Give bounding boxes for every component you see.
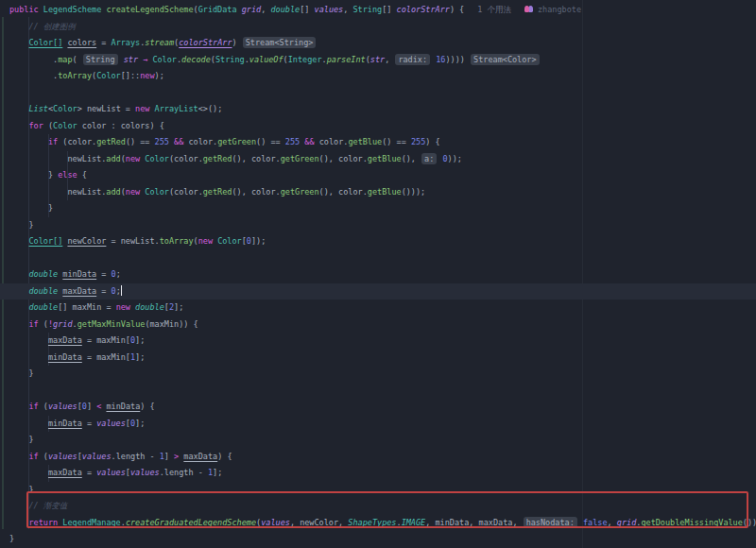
code-token: grid: [242, 5, 261, 14]
code-line-20[interactable]: if (!grid.getMaxMinValue(maxMin)) {: [0, 317, 756, 334]
code-line-22[interactable]: minData = maxMin[1];: [0, 350, 756, 367]
code-line-3[interactable]: Color[] colors = Arrays.stream(colorStrA…: [0, 35, 756, 52]
code-token: Color: [145, 154, 169, 163]
code-token: Color: [53, 121, 77, 130]
code-token: values: [96, 419, 126, 428]
code-token: }: [9, 220, 34, 230]
code-token: [9, 468, 48, 477]
author-inlay[interactable]: zhangbote: [538, 5, 581, 14]
code-token: false: [583, 518, 608, 527]
code-token: ());: [743, 518, 756, 527]
code-token: String: [353, 5, 383, 14]
code-token: (maxMin)) {: [145, 319, 198, 329]
code-token: minData: [62, 269, 96, 279]
inlay-hint[interactable]: hasNodata:: [524, 517, 577, 528]
code-token: &&: [304, 137, 314, 146]
code-token: ArrayList: [155, 104, 198, 113]
code-token: .length -: [160, 468, 208, 477]
code-token: (color.: [58, 137, 96, 146]
code-line-12[interactable]: newList.add(new Color(color.getRed(), co…: [0, 184, 756, 201]
code-token: IMAGE: [402, 518, 426, 527]
code-token: return: [28, 518, 58, 527]
code-token: ));: [448, 154, 462, 163]
code-token: for: [28, 121, 43, 130]
code-line-10[interactable]: newList.add(new Color(color.getRed(), co…: [0, 151, 756, 168]
code-token: ];: [213, 468, 222, 477]
code-token: =: [82, 468, 96, 477]
code-line-9[interactable]: if (color.getRed() == 255 && color.getGr…: [0, 134, 756, 151]
code-token: (color.: [169, 154, 203, 163]
code-line-17[interactable]: double minData = 0;: [0, 266, 756, 283]
code-line-7[interactable]: List<Color> newList = new ArrayList<>();: [0, 101, 756, 118]
code-line-2[interactable]: // 创建图例: [0, 19, 756, 36]
code-token: else: [58, 170, 77, 180]
code-token: (: [73, 55, 82, 64]
code-line-11[interactable]: } else {: [0, 167, 756, 184]
code-token: getMaxMinValue: [77, 319, 146, 329]
inlay-hint[interactable]: Stream<Color>: [471, 54, 540, 65]
code-line-1[interactable]: public LegendScheme createLegendScheme(G…: [0, 2, 756, 19]
code-line-14[interactable]: }: [0, 217, 756, 234]
usages-inlay[interactable]: 1 个用法: [477, 5, 511, 14]
code-line-5[interactable]: .toArray(Color[]::new);: [0, 68, 756, 85]
code-token: 255: [285, 137, 300, 146]
code-line-8[interactable]: for (Color color : colors) {: [0, 118, 756, 135]
code-token: ) {: [425, 137, 439, 146]
code-line-28[interactable]: if (values[values.length - 1] > maxData)…: [0, 449, 756, 466]
code-line-19[interactable]: double[] maxMin = new double[2];: [0, 300, 756, 317]
code-line-27[interactable]: }: [0, 432, 756, 449]
code-token: 255: [411, 137, 425, 146]
code-line-16[interactable]: [0, 250, 756, 267]
code-token: if: [28, 319, 38, 329]
code-line-18[interactable]: double maxData = 0;: [0, 283, 756, 300]
code-token: double: [28, 302, 58, 312]
code-token: =: [82, 419, 96, 428]
code-token: Color: [53, 104, 77, 113]
inlay-hint[interactable]: String: [83, 54, 118, 65]
inlay-hint[interactable]: a:: [421, 153, 437, 164]
code-line-31[interactable]: // 渐变值: [0, 498, 756, 515]
code-token: ,: [608, 518, 617, 527]
code-token: colorStrArr: [179, 38, 232, 47]
code-line-6[interactable]: [0, 85, 756, 102]
inlay-hint[interactable]: Stream<String>: [243, 37, 317, 48]
code-line-30[interactable]: }: [0, 482, 756, 499]
code-token: new: [116, 302, 130, 312]
code-token: str: [124, 55, 138, 64]
code-line-29[interactable]: maxData = values[values.length - 1];: [0, 465, 756, 482]
code-token: [9, 269, 28, 279]
code-line-21[interactable]: maxData = maxMin[0];: [0, 333, 756, 350]
code-token: new: [198, 236, 213, 246]
code-area[interactable]: public LegendScheme createLegendScheme(G…: [0, 2, 756, 548]
code-line-24[interactable]: [0, 383, 756, 400]
code-token: double: [28, 286, 58, 296]
code-token: public: [9, 5, 39, 14]
code-token: if: [28, 452, 38, 461]
code-token: (color.: [169, 187, 203, 197]
inlay-hint[interactable]: radix:: [395, 54, 430, 65]
code-line-4[interactable]: .map( String str → Color.decode(String.v…: [0, 52, 756, 69]
code-token: toArray: [58, 71, 92, 80]
code-line-23[interactable]: }: [0, 366, 756, 383]
code-token: LegendManage: [62, 518, 120, 527]
code-token: maxData: [48, 468, 82, 477]
code-token: ];: [135, 335, 145, 345]
code-token: }: [9, 170, 58, 180]
code-line-15[interactable]: Color[] newColor = newList.toArray(new C…: [0, 233, 756, 250]
code-token: double: [28, 269, 58, 279]
code-token: List: [28, 104, 47, 113]
code-token: , newColor,: [290, 518, 348, 527]
code-line-26[interactable]: minData = values[0];: [0, 416, 756, 433]
code-line-25[interactable]: if (values[0] < minData) {: [0, 399, 756, 416]
code-token: getRed: [96, 137, 126, 146]
code-line-33[interactable]: }: [0, 531, 756, 548]
code-line-32[interactable]: return LegendManage.createGraduatedLegen…: [0, 515, 756, 532]
code-token: ()));: [402, 187, 426, 197]
code-token: [9, 302, 28, 312]
code-token: LegendScheme: [43, 5, 101, 14]
code-token: values: [96, 468, 126, 477]
code-token: grid: [53, 319, 72, 329]
code-line-13[interactable]: }: [0, 200, 756, 217]
code-token: (), color.: [319, 154, 368, 163]
code-token: toArray: [160, 236, 194, 246]
